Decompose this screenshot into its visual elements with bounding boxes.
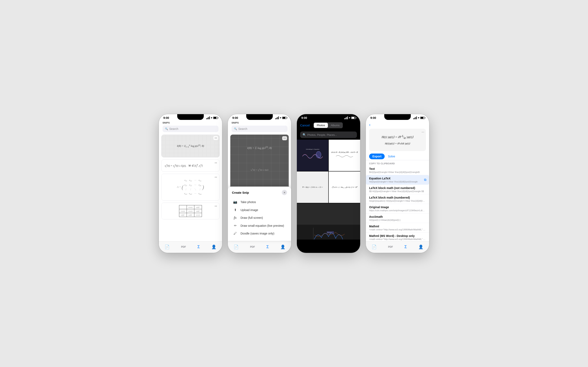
copy-row-text-title: Text — [369, 167, 426, 170]
more-button-3[interactable]: ··· — [213, 175, 218, 179]
photos-search-placeholder: Photos, People, Places... — [307, 133, 337, 136]
copy-row-image-sub: https://cdn.mathpix.com/snip/images/zF11… — [369, 209, 426, 212]
signal-icon-2 — [275, 117, 279, 119]
signal-icon-4 — [413, 117, 417, 119]
copy-row-mathml-word[interactable]: Mathml (MS Word) - Desktop only <math xm… — [366, 233, 429, 241]
phone-4: 9:00 ▾ ‹ ··· H(t) |ψ(t)⟩ = iℏ d/dt |ψ(t)… — [366, 114, 429, 253]
snip-card-4[interactable]: even odd even even odd odd odd even — [161, 203, 220, 219]
snip-image-4: even odd even even odd odd odd even — [162, 203, 219, 219]
copy-row-ascii-title: Asciimath — [369, 215, 426, 218]
copy-row-latex-sub: H(t)|\psi(t)\rangle=i \hbar \frac{d}{dt}… — [369, 180, 426, 183]
copy-row-image[interactable]: Original Image https://cdn.mathpix.com/s… — [366, 204, 429, 213]
nav-doc-1[interactable]: 📄 — [164, 244, 170, 249]
battery-icon-1 — [213, 117, 218, 119]
nav-person-1[interactable]: 👤 — [211, 244, 216, 249]
export-tab[interactable]: Export — [369, 154, 385, 159]
snips-header-1: SNIPS — [159, 121, 222, 125]
notch-4 — [384, 114, 411, 120]
albums-tab[interactable]: Albums — [328, 123, 342, 128]
photos-tab[interactable]: Photos — [314, 123, 328, 128]
phones-container: 9:00 ▾ SNIPS 🔍 Search — [159, 114, 429, 253]
wifi-icon-2: ▾ — [280, 117, 281, 119]
segmented-control: Photos Albums — [313, 122, 343, 128]
nav-doc-2[interactable]: 📄 — [233, 244, 239, 249]
status-icons-3: ▾ — [344, 117, 356, 119]
nav-pdf-4[interactable]: PDF — [388, 245, 393, 248]
equation-more-button[interactable]: ··· — [422, 130, 424, 134]
math-eq-2: sin(t) + sjn(t) ≥ δi(t), ∀t ∈ [ti0, tin] — [165, 164, 203, 168]
draw-fullscreen-label: Draw (full screen) — [241, 216, 263, 219]
draw-small-item[interactable]: ✏ Draw small equation (live preview) — [232, 222, 287, 230]
more-button-1[interactable]: ··· — [213, 136, 218, 140]
nav-person-4[interactable]: 👤 — [418, 244, 424, 249]
wifi-icon-4: ▾ — [418, 117, 419, 119]
search-placeholder-1: Search — [169, 127, 178, 131]
nav-doc-4[interactable]: 📄 — [372, 244, 377, 249]
svg-rect-1 — [311, 228, 346, 240]
copy-row-mathml-sub: <math xmlns="http://www.w3.org/1998/Math… — [369, 228, 426, 231]
nav-pdf-2[interactable]: PDF — [250, 245, 255, 248]
copy-row-text[interactable]: Text $H(t)|\psi(t)\rangle=i\hbar \frac{d… — [366, 166, 429, 175]
photo-cell-1[interactable]: Schrödinger's Equation — [297, 140, 328, 171]
battery-icon-2 — [282, 117, 287, 119]
svg-point-0 — [316, 151, 321, 158]
snip-card-2[interactable]: sin(t) + sjn(t) ≥ δi(t), ∀t ∈ [ti0, tin]… — [161, 159, 220, 172]
photo-cell-4[interactable]: −fn[s·1/t + (− limh→0 f(t+h)−f / h ÷ 20n — [329, 171, 360, 203]
nav-sigma-4[interactable]: Σ — [405, 244, 407, 249]
notch-1 — [177, 114, 204, 120]
snips-header-2: SNIPS — [228, 121, 291, 125]
phone-1: 9:00 ▾ SNIPS 🔍 Search — [159, 114, 222, 253]
doodle-item[interactable]: 🖊 Doodle (saves image only) — [232, 230, 287, 237]
time-4: 9:00 — [370, 116, 376, 119]
back-button[interactable]: ‹ — [369, 122, 371, 127]
copy-row-latex[interactable]: Equation LaTeX H(t)|\psi(t)\rangle=i \hb… — [366, 175, 429, 185]
snip-card-3[interactable]: A = ( a11a12⋯a1n a21a22⋯a2n ⋮⋮⋱⋮ am1am2⋯… — [161, 174, 220, 201]
search-bar-1[interactable]: 🔍 Search — [163, 125, 218, 132]
search-icon-2: 🔍 — [234, 127, 237, 130]
snip-card-1[interactable]: ℓ(θ) = Σi=1n log p(x(i); θ) ··· — [161, 134, 220, 157]
copy-row-mathml[interactable]: Mathml <math xmlns="http://www.w3.org/19… — [366, 223, 429, 233]
search-icon-1: 🔍 — [165, 127, 168, 130]
doodle-icon: 🖊 — [233, 232, 238, 235]
time-1: 9:00 — [163, 116, 169, 119]
nav-person-2[interactable]: 👤 — [280, 244, 285, 249]
upload-image-item[interactable]: ⬆ Upload image — [232, 206, 287, 214]
take-photos-item[interactable]: 📷 Take photos — [232, 198, 287, 206]
cancel-button[interactable]: Cancel — [300, 124, 310, 127]
copy-row-block[interactable]: LaTeX block math (not numbered) $$ H(t)|… — [366, 185, 429, 194]
copy-row-mathml-title: Mathml — [369, 225, 426, 228]
copy-row-ascii-sub: H(t)|psi(t):)=i\hbar(d)/(dt)|psi(t):) — [369, 219, 426, 221]
camera-more-btn[interactable]: ··· — [282, 136, 287, 140]
copy-row-mathml-word-title: Mathml (MS Word) - Desktop only — [369, 234, 426, 238]
copy-row-text-sub: $H(t)|\psi(t)\rangle=i\hbar \frac{d}{dt}… — [369, 171, 426, 173]
more-button-4[interactable]: ··· — [213, 204, 218, 208]
draw-small-icon: ✏ — [233, 224, 238, 227]
draw-fullscreen-item[interactable]: fx Draw (full screen) — [232, 214, 287, 222]
svg-text:molecule: molecule — [327, 232, 331, 233]
notch-2 — [246, 114, 273, 120]
status-icons-2: ▾ — [275, 117, 287, 119]
solve-tab[interactable]: Solve — [385, 154, 398, 159]
big-equation: H(t) |ψ(t)⟩ = iℏ d/dt |ψ(t)⟩ — [381, 134, 413, 140]
copy-row-latex-title: Equation LaTeX — [369, 177, 426, 180]
equation-display: ··· H(t) |ψ(t)⟩ = iℏ d/dt |ψ(t)⟩ H(t)|ψ(… — [369, 129, 426, 151]
photo-cell-5[interactable]: molecule 300 400 500 600 700 — [297, 203, 360, 240]
create-snip-modal: Create Snip ✕ 📷 Take photos ⬆ Upload ima… — [228, 187, 291, 241]
modal-close-button[interactable]: ✕ — [282, 190, 287, 195]
copy-row-ascii[interactable]: Asciimath H(t)|psi(t):)=i\hbar(d)/(dt)|p… — [366, 213, 429, 223]
bottom-nav-1: 📄 PDF Σ 👤 — [159, 242, 222, 253]
photos-search-bar[interactable]: 🔍 Photos, People, Places... — [300, 132, 357, 138]
search-bar-2[interactable]: 🔍 Search — [232, 125, 287, 132]
modal-title: Create Snip — [232, 191, 249, 194]
more-button-2[interactable]: ··· — [213, 161, 218, 165]
signal-icon-3 — [344, 117, 348, 119]
take-photos-label: Take photos — [241, 200, 256, 204]
copy-row-numbered[interactable]: LaTeX block math (numbered) \begin{equat… — [366, 194, 429, 204]
nav-pdf-1[interactable]: PDF — [181, 245, 186, 248]
photo-cell-2[interactable]: iℏ ∂/∂t Ψ = Ĥ (ℏ²/2m) ∇²Ψ − ∂/∂t Ψ = Ĥ — [329, 140, 360, 171]
modal-header: Create Snip ✕ — [232, 190, 287, 195]
camera-icon: 📷 — [233, 200, 238, 204]
photo-cell-3[interactable]: Ψ = E(t) = ⟨ ∂/∂t √x + 15 = — [297, 171, 328, 203]
nav-sigma-2[interactable]: Σ — [267, 244, 269, 249]
nav-sigma-1[interactable]: Σ — [198, 244, 200, 249]
